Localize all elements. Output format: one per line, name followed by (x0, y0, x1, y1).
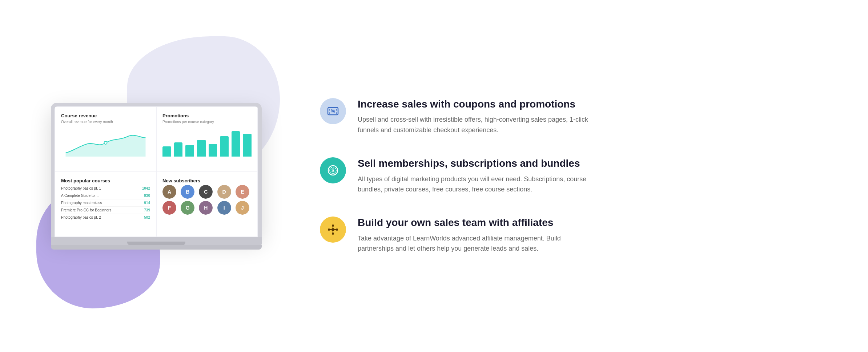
laptop: Course revenue Overall revenue for every… (51, 103, 262, 250)
feature-affiliates-desc: Take advantage of LearnWorlds advanced a… (358, 233, 590, 254)
course-revenue-title: Course revenue (61, 113, 150, 118)
feature-affiliates-title: Build your own sales team with affiliate… (358, 217, 590, 229)
promotions-subtitle: Promotions per course category (162, 120, 252, 124)
svg-text:$: $ (331, 167, 334, 173)
affiliate-icon (326, 223, 339, 236)
bar-3 (185, 145, 194, 157)
avatar-7: G (181, 201, 194, 215)
course-revenue-card: Course revenue Overall revenue for every… (55, 107, 156, 171)
laptop-screen-inner: Course revenue Overall revenue for every… (55, 106, 258, 237)
laptop-stand (51, 245, 262, 250)
feature-coupons: % Increase sales with coupons and promot… (320, 98, 839, 135)
revenue-chart (61, 128, 150, 157)
course-count-4: 739 (144, 208, 150, 212)
laptop-screen-outer: Course revenue Overall revenue for every… (51, 103, 262, 237)
right-section: % Increase sales with coupons and promot… (284, 98, 839, 254)
avatar-6: F (162, 201, 176, 215)
feature-memberships-title: Sell memberships, subscriptions and bund… (358, 157, 590, 170)
coupon-icon-wrap: % (320, 98, 346, 124)
svg-point-8 (331, 228, 334, 231)
bar-8 (243, 134, 252, 157)
course-name-2: A Complete Guide to ... (61, 194, 99, 198)
avatar-8: H (199, 201, 213, 215)
course-count-5: 502 (144, 215, 150, 219)
course-name-1: Photography basics pt. 1 (61, 186, 101, 190)
course-item-1: Photography basics pt. 1 1042 (61, 185, 150, 192)
laptop-base (51, 237, 262, 245)
course-count-1: 1042 (142, 186, 150, 190)
avatar-grid: A B C D E F G H I J (162, 185, 252, 215)
feature-coupons-desc: Upsell and cross-sell with irresistible … (358, 114, 590, 135)
avatar-10: J (236, 201, 249, 215)
course-name-3: Photography masterclass (61, 201, 102, 205)
avatar-4: D (217, 185, 231, 199)
bar-1 (162, 146, 171, 157)
avatar-2: B (181, 185, 194, 199)
avatar-3: C (199, 185, 213, 199)
svg-point-9 (332, 224, 334, 227)
course-name-4: Premiere Pro CC for Beginners (61, 208, 111, 212)
feature-memberships-content: Sell memberships, subscriptions and bund… (358, 157, 590, 195)
page-container: Course revenue Overall revenue for every… (0, 0, 868, 352)
feature-coupons-title: Increase sales with coupons and promotio… (358, 98, 590, 110)
membership-icon-wrap: $ (320, 157, 346, 183)
course-item-2: A Complete Guide to ... 930 (61, 192, 150, 199)
bar-chart (162, 128, 252, 157)
subscribers-title: New subscribers (162, 178, 252, 183)
avatar-1: A (162, 185, 176, 199)
bar-4 (197, 140, 206, 157)
avatar-9: I (217, 201, 231, 215)
svg-text:%: % (331, 108, 335, 114)
coupon-icon: % (326, 105, 339, 118)
feature-memberships-desc: All types of digital marketing products … (358, 174, 590, 195)
course-count-3: 914 (144, 201, 150, 205)
membership-icon: $ (326, 164, 339, 177)
popular-courses-card: Most popular courses Photography basics … (55, 172, 156, 236)
svg-point-10 (332, 232, 334, 235)
popular-courses-title: Most popular courses (61, 178, 150, 183)
subscribers-card: New subscribers A B C D E F G H I (157, 172, 257, 236)
left-section: Course revenue Overall revenue for every… (29, 15, 284, 337)
course-revenue-subtitle: Overall revenue for every month (61, 120, 150, 124)
avatar-5: E (236, 185, 249, 199)
bar-6 (220, 136, 229, 157)
bar-7 (232, 131, 240, 157)
affiliate-icon-wrap (320, 217, 346, 243)
dashboard: Course revenue Overall revenue for every… (55, 106, 258, 237)
svg-point-12 (336, 228, 338, 231)
promotions-title: Promotions (162, 113, 252, 118)
svg-point-0 (104, 141, 107, 144)
course-item-3: Photography masterclass 914 (61, 199, 150, 207)
feature-affiliates-content: Build your own sales team with affiliate… (358, 217, 590, 254)
course-list: Photography basics pt. 1 1042 A Complete… (61, 185, 150, 221)
feature-affiliates: Build your own sales team with affiliate… (320, 217, 839, 254)
course-item-5: Photography basics pt. 2 502 (61, 214, 150, 221)
bar-5 (209, 144, 217, 157)
feature-memberships: $ Sell memberships, subscriptions and bu… (320, 157, 839, 195)
course-item-4: Premiere Pro CC for Beginners 739 (61, 207, 150, 214)
promotions-card: Promotions Promotions per course categor… (157, 107, 257, 171)
course-count-2: 930 (144, 194, 150, 198)
svg-point-11 (328, 228, 330, 231)
bar-2 (174, 142, 183, 157)
feature-coupons-content: Increase sales with coupons and promotio… (358, 98, 590, 135)
course-name-5: Photography basics pt. 2 (61, 215, 101, 219)
